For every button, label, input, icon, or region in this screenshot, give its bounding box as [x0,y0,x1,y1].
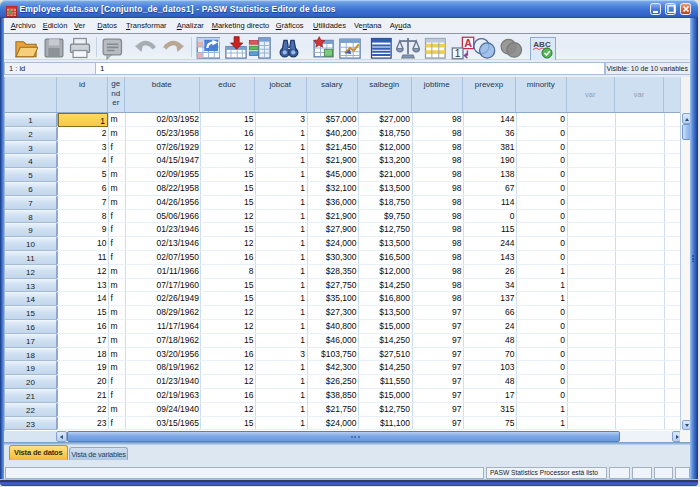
svg-text:A: A [464,37,472,49]
svg-text:1: 1 [455,48,461,59]
